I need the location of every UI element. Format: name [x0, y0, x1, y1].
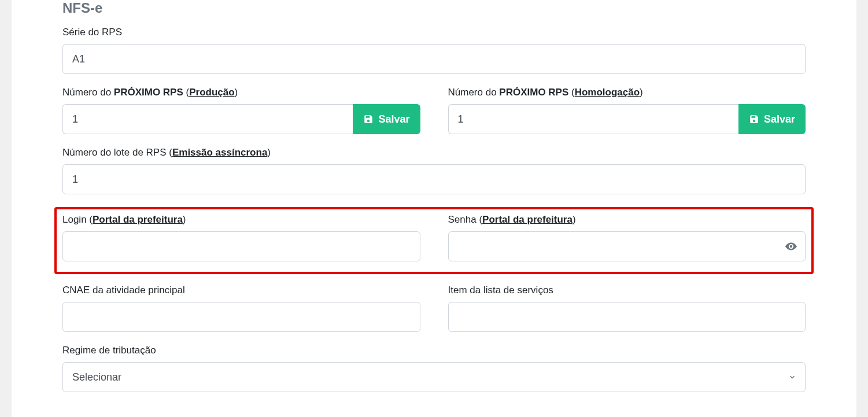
- save-button-prod[interactable]: Salvar: [353, 104, 420, 134]
- field-item-lista: Item da lista de serviços: [448, 285, 806, 332]
- save-button-label: Salvar: [764, 113, 795, 126]
- label-login: Login (Portal da prefeitura): [62, 214, 420, 226]
- label-senha: Senha (Portal da prefeitura): [448, 214, 806, 226]
- link-portal-prefeitura-login[interactable]: Portal da prefeitura: [93, 214, 183, 225]
- input-senha[interactable]: [448, 231, 806, 261]
- field-serie-rps: Série do RPS: [62, 27, 806, 74]
- field-prox-rps-prod: Número do PRÓXIMO RPS (Produção) Salvar: [62, 87, 420, 134]
- label-lote-rps: Número do lote de RPS (Emissão assíncron…: [62, 147, 806, 158]
- link-producao[interactable]: Produção: [189, 87, 234, 98]
- field-login: Login (Portal da prefeitura): [62, 214, 420, 261]
- input-prox-rps-prod[interactable]: [62, 104, 353, 134]
- label-cnae: CNAE da atividade principal: [62, 285, 420, 296]
- input-serie-rps[interactable]: [62, 44, 806, 74]
- label-regime: Regime de tributação: [62, 345, 806, 356]
- input-lote-rps[interactable]: [62, 164, 806, 194]
- label-prox-rps-prod: Número do PRÓXIMO RPS (Produção): [62, 87, 420, 98]
- highlight-box: Login (Portal da prefeitura) Senha (Port…: [54, 207, 814, 274]
- label-item-lista: Item da lista de serviços: [448, 285, 806, 296]
- input-item-lista[interactable]: [448, 302, 806, 332]
- field-cnae: CNAE da atividade principal: [62, 285, 420, 332]
- link-homologacao[interactable]: Homologação: [575, 87, 640, 98]
- input-prox-rps-hom[interactable]: [448, 104, 738, 134]
- field-lote-rps: Número do lote de RPS (Emissão assíncron…: [62, 147, 806, 194]
- link-portal-prefeitura-senha[interactable]: Portal da prefeitura: [482, 214, 572, 225]
- label-serie-rps: Série do RPS: [62, 27, 806, 38]
- save-button-label: Salvar: [378, 113, 409, 126]
- section-title: NFS-e: [62, 0, 806, 16]
- field-senha: Senha (Portal da prefeitura): [448, 214, 806, 261]
- save-button-hom[interactable]: Salvar: [738, 104, 806, 134]
- link-emissao-assincrona[interactable]: Emissão assíncrona: [172, 147, 267, 158]
- save-icon: [363, 114, 374, 124]
- input-login[interactable]: [62, 231, 420, 261]
- field-prox-rps-hom: Número do PRÓXIMO RPS (Homologação) Salv…: [448, 87, 806, 134]
- eye-icon[interactable]: [785, 240, 797, 253]
- input-cnae[interactable]: [62, 302, 420, 332]
- save-icon: [749, 114, 759, 124]
- field-regime: Regime de tributação Selecionar: [62, 345, 806, 392]
- select-regime[interactable]: Selecionar: [62, 362, 806, 392]
- label-prox-rps-hom: Número do PRÓXIMO RPS (Homologação): [448, 87, 806, 98]
